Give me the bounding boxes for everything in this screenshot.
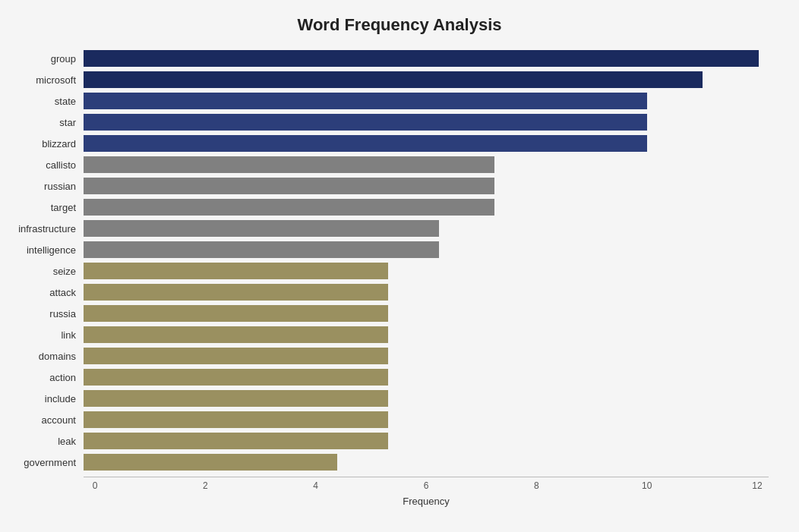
bar-label: target bbox=[8, 202, 84, 213]
bar-track bbox=[84, 114, 769, 131]
bar-row: attack bbox=[84, 282, 769, 302]
x-axis-section: 024681012 Frequency bbox=[84, 477, 769, 507]
bar-track bbox=[84, 50, 769, 67]
bar-track bbox=[84, 369, 769, 386]
bar-fill bbox=[84, 71, 703, 88]
bar-fill bbox=[84, 454, 337, 471]
bar-fill bbox=[84, 135, 647, 152]
bar-row: include bbox=[84, 389, 769, 408]
bar-fill bbox=[84, 433, 388, 449]
bar-track bbox=[84, 348, 769, 364]
bar-label: attack bbox=[8, 287, 84, 298]
bar-track bbox=[84, 326, 769, 343]
bar-fill bbox=[84, 305, 388, 322]
bar-row: target bbox=[84, 197, 769, 217]
chart-title: Word Frequency Analysis bbox=[30, 15, 769, 35]
bar-row: russian bbox=[84, 176, 769, 196]
bar-fill bbox=[84, 156, 494, 173]
bar-fill bbox=[84, 263, 388, 279]
bar-label: intelligence bbox=[8, 244, 84, 256]
bar-track bbox=[84, 433, 769, 449]
bar-track bbox=[84, 220, 769, 237]
bar-label: include bbox=[8, 393, 84, 405]
x-tick: 10 bbox=[636, 480, 658, 491]
bar-fill bbox=[84, 178, 494, 194]
bar-fill bbox=[84, 326, 388, 343]
bar-label: infrastructure bbox=[8, 223, 84, 235]
bar-fill bbox=[84, 390, 388, 407]
bar-track bbox=[84, 411, 769, 428]
bar-row: intelligence bbox=[84, 240, 769, 260]
bar-track bbox=[84, 135, 769, 152]
bar-row: seize bbox=[84, 261, 769, 281]
bar-track bbox=[84, 284, 769, 301]
bar-row: account bbox=[84, 410, 769, 430]
bar-fill bbox=[84, 114, 647, 131]
bar-row: link bbox=[84, 325, 769, 345]
bar-label: blizzard bbox=[8, 138, 84, 150]
bar-track bbox=[84, 93, 769, 109]
bar-row: state bbox=[84, 91, 769, 111]
bar-fill bbox=[84, 411, 388, 428]
bar-row: government bbox=[84, 452, 769, 472]
bar-row: domains bbox=[84, 346, 769, 366]
bar-track bbox=[84, 305, 769, 322]
bar-track bbox=[84, 390, 769, 407]
bar-row: russia bbox=[84, 304, 769, 323]
bar-track bbox=[84, 263, 769, 279]
bar-label: microsoft bbox=[8, 74, 84, 86]
bar-label: state bbox=[8, 96, 84, 107]
bar-fill bbox=[84, 284, 388, 301]
bar-track bbox=[84, 71, 769, 88]
bar-row: action bbox=[84, 367, 769, 387]
bar-track bbox=[84, 156, 769, 173]
bar-row: microsoft bbox=[84, 70, 769, 90]
bar-row: leak bbox=[84, 431, 769, 451]
bar-fill bbox=[84, 50, 759, 67]
bar-row: group bbox=[84, 49, 769, 68]
bar-row: infrastructure bbox=[84, 219, 769, 238]
bar-label: callisto bbox=[8, 159, 84, 171]
bar-fill bbox=[84, 369, 388, 386]
bar-row: blizzard bbox=[84, 134, 769, 153]
bar-track bbox=[84, 199, 769, 216]
bar-label: group bbox=[8, 53, 84, 65]
bar-label: link bbox=[8, 329, 84, 341]
bar-label: russia bbox=[8, 308, 84, 320]
bar-fill bbox=[84, 220, 439, 237]
x-axis-label: Frequency bbox=[84, 496, 769, 507]
x-tick: 2 bbox=[194, 480, 216, 491]
bar-label: star bbox=[8, 117, 84, 128]
bar-fill bbox=[84, 241, 439, 258]
bar-label: russian bbox=[8, 181, 84, 192]
bar-label: account bbox=[8, 414, 84, 426]
x-tick: 6 bbox=[415, 480, 437, 491]
x-tick: 4 bbox=[305, 480, 327, 491]
x-ticks: 024681012 bbox=[84, 477, 769, 491]
bar-row: callisto bbox=[84, 155, 769, 175]
x-tick: 0 bbox=[84, 480, 106, 491]
bar-label: leak bbox=[8, 436, 84, 447]
bar-fill bbox=[84, 93, 647, 109]
x-tick: 8 bbox=[525, 480, 548, 491]
bar-track bbox=[84, 241, 769, 258]
bar-fill bbox=[84, 348, 388, 364]
bars-wrapper: groupmicrosoftstatestarblizzardcallistor… bbox=[84, 49, 769, 472]
bar-row: star bbox=[84, 112, 769, 132]
x-tick: 12 bbox=[746, 480, 769, 491]
bar-track bbox=[84, 178, 769, 194]
bar-label: government bbox=[8, 457, 84, 468]
bar-fill bbox=[84, 199, 494, 216]
bar-label: action bbox=[8, 372, 84, 383]
bar-label: seize bbox=[8, 266, 84, 277]
bar-track bbox=[84, 454, 769, 471]
chart-container: Word Frequency Analysis groupmicrosoftst… bbox=[0, 0, 799, 532]
bar-label: domains bbox=[8, 351, 84, 362]
